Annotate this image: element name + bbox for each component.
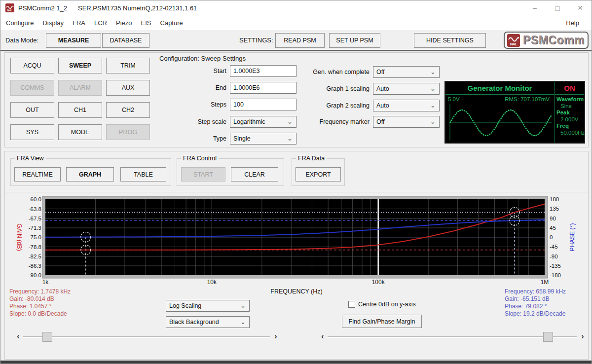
- nav-out-button[interactable]: OUT: [10, 102, 54, 118]
- hide-settings-button[interactable]: HIDE SETTINGS: [414, 33, 486, 48]
- scroll-left-icon[interactable]: ‹: [319, 331, 327, 342]
- svg-text:-82.5: -82.5: [29, 254, 41, 259]
- svg-text:90: 90: [550, 216, 556, 221]
- type-select[interactable]: Single ⌄: [230, 133, 296, 145]
- menu-help[interactable]: Help: [561, 19, 584, 27]
- scroll-right-icon[interactable]: ›: [272, 331, 280, 342]
- nav-prog-button: PROG: [106, 124, 150, 140]
- left-cursor-readout: Frequency: 1.7478 kHz Gain: -80.014 dB P…: [9, 288, 71, 318]
- chevron-down-icon: ⌄: [287, 133, 293, 144]
- table-button[interactable]: TABLE: [120, 167, 166, 182]
- step-scale-value: Logarithmic: [233, 118, 265, 125]
- slider-thumb[interactable]: [543, 332, 553, 342]
- export-button[interactable]: EXPORT: [296, 167, 341, 182]
- sine-wave-icon: [447, 103, 554, 143]
- chevron-down-icon: ⌄: [240, 300, 246, 311]
- nav-aux-button[interactable]: AUX: [106, 80, 150, 96]
- svg-text:-60.0: -60.0: [29, 196, 41, 202]
- generator-scale: 5.0V: [448, 96, 460, 102]
- start-input[interactable]: [230, 65, 296, 77]
- menu-fra[interactable]: FRA: [68, 19, 90, 27]
- centre-0db-checkbox[interactable]: [348, 301, 355, 308]
- menu-lcr[interactable]: LCR: [90, 19, 111, 27]
- gen-when-complete-label: Gen. when complete: [300, 69, 370, 75]
- svg-text:-75.0: -75.0: [29, 234, 41, 240]
- set-up-psm-button[interactable]: SET UP PSM: [329, 33, 380, 48]
- slider-thumb[interactable]: [42, 332, 52, 342]
- fra-data-title: FRA Data: [296, 155, 327, 162]
- maximize-icon[interactable]: □: [546, 0, 569, 15]
- steps-input[interactable]: [230, 99, 296, 110]
- menu-capture[interactable]: Capture: [156, 19, 187, 27]
- gen-when-complete-select[interactable]: Off ⌄: [373, 66, 440, 78]
- slider-track[interactable]: [328, 336, 577, 338]
- data-mode-label: Data Mode:: [5, 36, 38, 44]
- freq-label: Freq: [556, 123, 585, 130]
- clear-button[interactable]: CLEAR: [231, 167, 278, 182]
- right-gain: Gain: -65.151 dB: [505, 295, 566, 303]
- nav-sys-button[interactable]: SYS: [10, 124, 54, 140]
- chevron-down-icon: ⌄: [240, 317, 246, 328]
- scroll-right-icon[interactable]: ›: [579, 331, 587, 342]
- menu-eis[interactable]: EIS: [137, 19, 156, 27]
- read-psm-button[interactable]: READ PSM: [275, 33, 325, 48]
- graph2-scaling-label: Graph 2 scaling: [300, 102, 370, 109]
- measure-button[interactable]: MEASURE: [46, 33, 101, 48]
- step-scale-select[interactable]: Logarithmic ⌄: [230, 116, 296, 128]
- end-input[interactable]: [230, 82, 296, 94]
- generator-monitor-title: Generator Monitor: [445, 82, 554, 95]
- svg-text:-67.5: -67.5: [29, 216, 41, 221]
- nav-mode-button[interactable]: MODE: [58, 124, 102, 140]
- right-slope: Slope: 19.2 dB/Decade: [505, 310, 566, 318]
- graph-button[interactable]: GRAPH: [66, 167, 114, 182]
- logo-text: PSMComm: [523, 34, 585, 47]
- scaling-value: Log Scaling: [169, 302, 201, 309]
- type-label: Type: [163, 135, 226, 142]
- gen-when-complete-value: Off: [376, 69, 384, 75]
- start-label: Start: [163, 68, 226, 74]
- chevron-down-icon: ⌄: [287, 116, 293, 127]
- svg-text:N4L: N4L: [7, 9, 13, 12]
- menu-display[interactable]: Display: [38, 19, 68, 27]
- peak-label: Peak: [556, 109, 585, 116]
- nav-acqu-button[interactable]: ACQU: [10, 58, 54, 73]
- step-scale-label: Step scale: [163, 118, 226, 125]
- graph1-scaling-select[interactable]: Auto ⌄: [373, 83, 440, 95]
- nav-trim-button[interactable]: TRIM: [106, 58, 150, 73]
- menu-piezo[interactable]: Piezo: [111, 19, 137, 27]
- svg-text:-90: -90: [550, 254, 558, 259]
- database-button[interactable]: DATABASE: [102, 33, 149, 48]
- frequency-marker-label: Frequency marker: [300, 118, 370, 125]
- nav-ch2-button[interactable]: CH2: [106, 102, 150, 118]
- fra-view-title: FRA View: [15, 155, 46, 162]
- svg-text:1M: 1M: [541, 279, 549, 286]
- svg-text:-86.3: -86.3: [29, 263, 41, 269]
- n4l-logo-icon: N4L: [507, 34, 520, 47]
- fra-chart[interactable]: -60.0-63.8-67.5-71.3-75.0-78.8-82.5-86.3…: [0, 194, 592, 294]
- right-phase: Phase: 79.082 °: [505, 303, 566, 310]
- graph1-scaling-value: Auto: [376, 85, 389, 92]
- left-gain: Gain: -80.014 dB: [9, 295, 71, 303]
- generator-readout: Waveform Sine Peak 2.000V Freq 50.000Hz: [556, 96, 585, 136]
- scroll-left-icon[interactable]: ‹: [14, 331, 22, 342]
- svg-text:-180: -180: [550, 272, 561, 278]
- nav-sweep-button[interactable]: SWEEP: [58, 58, 102, 73]
- slider-track[interactable]: [23, 336, 270, 338]
- left-slope: Slope: 0.0 dB/Decade: [9, 310, 71, 318]
- scaling-select[interactable]: Log Scaling ⌄: [166, 300, 250, 312]
- find-margin-button[interactable]: Find Gain/Phase Margin: [342, 315, 422, 328]
- background-select[interactable]: Black Background ⌄: [166, 316, 250, 328]
- nav-ch1-button[interactable]: CH1: [58, 102, 102, 118]
- close-icon[interactable]: ✕: [569, 0, 592, 15]
- app-window: N4L PSMComm2 1_2 SER,PSM1735 NumetriQ,21…: [0, 0, 592, 364]
- menu-bar: Configure Display FRA LCR Piezo EIS Capt…: [0, 15, 592, 30]
- frequency-marker-select[interactable]: Off ⌄: [373, 116, 440, 128]
- right-cursor-slider: ‹ ›: [319, 331, 587, 342]
- menu-configure[interactable]: Configure: [1, 19, 38, 27]
- chevron-down-icon: ⌄: [430, 67, 436, 77]
- realtime-button[interactable]: REALTIME: [14, 167, 61, 182]
- minimize-icon[interactable]: –: [523, 0, 546, 15]
- n4l-app-icon: N4L: [5, 3, 14, 12]
- start-button: START: [181, 167, 225, 182]
- graph2-scaling-select[interactable]: Auto ⌄: [373, 100, 440, 111]
